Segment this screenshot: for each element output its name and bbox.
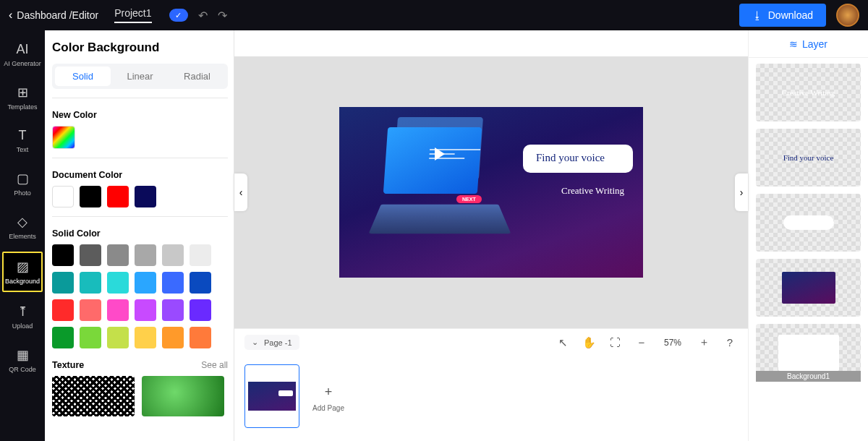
- color-swatch[interactable]: [190, 244, 211, 266]
- color-swatch[interactable]: [52, 186, 74, 207]
- color-swatch[interactable]: [52, 244, 74, 266]
- pointer-tool-icon[interactable]: ↖: [556, 336, 571, 349]
- color-swatch[interactable]: [80, 272, 101, 294]
- color-swatch[interactable]: [107, 327, 129, 348]
- background-icon: ▨: [17, 259, 29, 275]
- layer-item-image[interactable]: [756, 259, 861, 317]
- color-swatch[interactable]: [52, 299, 74, 321]
- left-nav: AIAI Generator ⊞Templates TText ▢Photo ◇…: [0, 30, 45, 441]
- color-swatch[interactable]: [162, 272, 184, 294]
- color-picker-button[interactable]: [52, 126, 75, 149]
- templates-icon: ⊞: [17, 85, 28, 100]
- redo-icon[interactable]: ↷: [218, 9, 227, 22]
- help-icon[interactable]: ?: [722, 336, 738, 348]
- background-panel: Color Background Solid Linear Radial New…: [45, 30, 234, 441]
- sync-status-icon[interactable]: ✓: [169, 9, 188, 22]
- see-all-link[interactable]: See all: [201, 360, 228, 370]
- zoom-level[interactable]: 57%: [664, 338, 681, 348]
- download-icon: ⭳: [752, 9, 762, 21]
- canvas-toolbar: ⌄ Page -1 ↖ ✋ ⛶ − 57% ＋ ?: [234, 328, 748, 356]
- color-swatch[interactable]: [135, 186, 156, 207]
- add-page-button[interactable]: + Add Page: [308, 364, 349, 432]
- upload-icon: ⤒: [17, 304, 28, 320]
- color-swatch[interactable]: [107, 244, 129, 266]
- page-selector[interactable]: ⌄ Page -1: [244, 335, 299, 350]
- tab-radial[interactable]: Radial: [169, 67, 225, 86]
- nav-photo[interactable]: ▢Photo: [2, 165, 43, 202]
- layer-item-shape[interactable]: [756, 194, 861, 252]
- nav-background[interactable]: ▨Background: [2, 252, 43, 292]
- color-swatch[interactable]: [190, 272, 211, 294]
- document-color-label: Document Color: [52, 170, 228, 180]
- slide-secondary-text: Creative Writing: [561, 185, 624, 197]
- color-swatch[interactable]: [80, 299, 101, 321]
- nav-upload[interactable]: ⤒Upload: [2, 298, 43, 335]
- qrcode-icon: ▦: [17, 347, 29, 363]
- undo-icon[interactable]: ↶: [198, 9, 208, 22]
- nav-elements[interactable]: ◇Elements: [2, 208, 43, 246]
- page-thumbnail[interactable]: [244, 364, 299, 428]
- color-swatch[interactable]: [107, 272, 129, 294]
- color-swatch[interactable]: [80, 186, 101, 207]
- fit-screen-icon[interactable]: ⛶: [608, 336, 624, 348]
- plus-icon: +: [325, 385, 333, 400]
- color-swatch[interactable]: [135, 327, 156, 348]
- add-page-label: Add Page: [312, 404, 344, 412]
- color-swatch[interactable]: [162, 299, 184, 321]
- color-swatch[interactable]: [162, 244, 184, 266]
- layer-panel-header[interactable]: ≋ Layer: [749, 30, 868, 58]
- texture-swatch[interactable]: [142, 376, 224, 416]
- color-swatch[interactable]: [107, 299, 129, 321]
- nav-qrcode[interactable]: ▦QR Code: [2, 341, 43, 379]
- next-page-button[interactable]: ›: [735, 174, 748, 211]
- zoom-in-icon[interactable]: ＋: [696, 335, 712, 349]
- zoom-out-icon[interactable]: −: [634, 336, 650, 348]
- text-icon: T: [19, 128, 27, 143]
- canvas-background[interactable]: ‹ › NEXT Find your voice Creative Writin…: [234, 30, 748, 328]
- tab-solid[interactable]: Solid: [55, 67, 111, 86]
- texture-swatch[interactable]: [52, 376, 135, 416]
- prev-page-button[interactable]: ‹: [234, 174, 247, 211]
- elements-icon: ◇: [17, 214, 27, 230]
- avatar[interactable]: [836, 4, 859, 27]
- top-bar: ‹ Dashboard /Editor Project1 ✓ ↶ ↷ ⭳ Dow…: [0, 0, 868, 30]
- panel-title: Color Background: [52, 40, 228, 55]
- back-arrow-icon[interactable]: ‹: [9, 9, 12, 22]
- color-swatch[interactable]: [107, 186, 129, 207]
- color-swatch[interactable]: [52, 272, 74, 294]
- slide-text-card: Find your voice: [523, 145, 633, 173]
- page-thumbnails: + Add Page: [234, 356, 748, 441]
- color-swatch[interactable]: [190, 327, 211, 348]
- tab-linear[interactable]: Linear: [112, 67, 168, 86]
- fill-type-tabs: Solid Linear Radial: [52, 64, 228, 89]
- layer-item-text[interactable]: Find your voice: [756, 129, 861, 187]
- color-swatch[interactable]: [162, 327, 184, 348]
- color-swatch[interactable]: [80, 244, 101, 266]
- canvas-area: ‹ › NEXT Find your voice Creative Writin…: [234, 30, 748, 441]
- color-swatch[interactable]: [80, 327, 101, 348]
- hand-tool-icon[interactable]: ✋: [582, 336, 597, 349]
- next-pill: NEXT: [456, 195, 482, 203]
- color-swatch[interactable]: [52, 327, 74, 348]
- nav-ai-generator[interactable]: AIAI Generator: [2, 36, 43, 73]
- laptop-graphic: NEXT: [354, 117, 542, 269]
- color-swatch[interactable]: [135, 299, 156, 321]
- nav-text[interactable]: TText: [2, 122, 43, 159]
- color-swatch[interactable]: [190, 299, 211, 321]
- layer-item-text[interactable]: Creative Writing: [756, 64, 861, 121]
- solid-color-swatches: [52, 244, 228, 348]
- project-name[interactable]: Project1: [114, 7, 151, 23]
- ai-icon: AI: [16, 42, 28, 57]
- color-swatch[interactable]: [135, 272, 156, 294]
- breadcrumb[interactable]: Dashboard /Editor: [17, 9, 98, 21]
- photo-icon: ▢: [17, 171, 29, 187]
- texture-label: Texture See all: [52, 360, 228, 370]
- download-button[interactable]: ⭳ Download: [739, 4, 826, 27]
- nav-templates[interactable]: ⊞Templates: [2, 79, 43, 116]
- color-swatch[interactable]: [135, 244, 156, 266]
- layer-item-background[interactable]: Background1: [756, 324, 861, 382]
- download-label: Download: [768, 9, 813, 21]
- layers-icon: ≋: [789, 38, 798, 50]
- page-label: Page -1: [264, 338, 292, 347]
- slide[interactable]: NEXT Find your voice Creative Writing: [339, 107, 643, 278]
